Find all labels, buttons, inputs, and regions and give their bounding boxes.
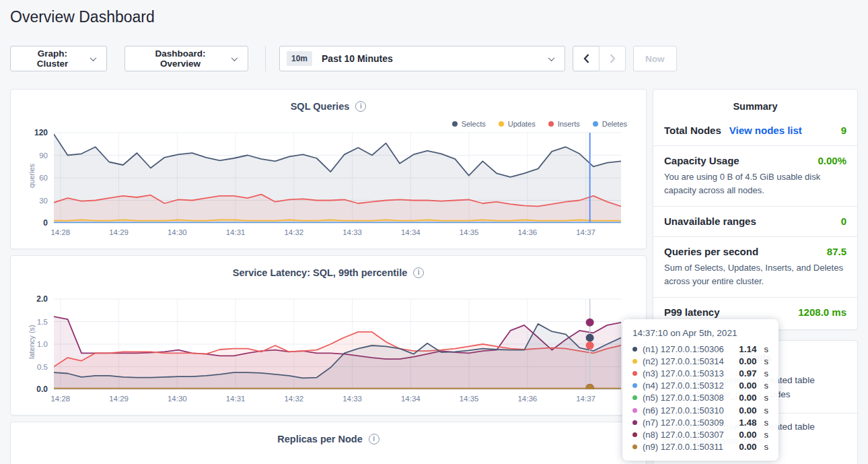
svg-text:14:29: 14:29 — [109, 228, 129, 236]
node-label: (n6) 127.0.0.1:50310 — [643, 405, 724, 416]
svg-text:1.0: 1.0 — [37, 340, 48, 348]
dashboard-dropdown[interactable]: Dashboard: Overview — [124, 46, 248, 71]
node-label: (n7) 127.0.0.1:50309 — [643, 418, 724, 428]
legend-dot — [593, 121, 598, 127]
now-button[interactable]: Now — [633, 46, 677, 71]
chevron-right-icon — [609, 53, 616, 64]
svg-text:14:32: 14:32 — [284, 228, 303, 236]
legend-item-inserts[interactable]: Inserts — [548, 120, 580, 128]
legend-label: Selects — [462, 120, 486, 128]
stat-label: Queries per second — [664, 246, 758, 257]
node-value: 0.00 — [739, 380, 756, 391]
info-icon[interactable]: i — [413, 267, 424, 278]
view-nodes-list-link[interactable]: View nodes list — [729, 125, 802, 136]
node-label: (n5) 127.0.0.1:50308 — [643, 393, 724, 403]
legend-item-deletes[interactable]: Deletes — [593, 120, 627, 128]
svg-text:14:36: 14:36 — [517, 228, 537, 236]
chart-title: Service Latency: SQL, 99th percentile i — [11, 256, 646, 278]
node-color-dot — [632, 383, 637, 388]
node-value: 0.00 — [739, 393, 756, 403]
node-value-unit: s — [764, 368, 769, 378]
chevron-down-icon — [90, 55, 97, 61]
summary-panel: Summary Total Nodes View nodes list 9 Ca… — [653, 89, 858, 330]
node-value: 0.97 — [739, 368, 756, 378]
chart-title-text: SQL Queries — [291, 101, 350, 112]
graph-dropdown[interactable]: Graph: Cluster — [10, 46, 107, 71]
stat-label: Unavailable ranges — [664, 216, 756, 227]
service-latency-panel: Service Latency: SQL, 99th percentile i … — [10, 255, 647, 416]
node-color-dot — [632, 359, 637, 364]
node-label: (n8) 127.0.0.1:50307 — [643, 430, 724, 440]
service-latency-chart[interactable]: 0.00.51.01.52.014:2814:2914:3014:3114:32… — [13, 295, 630, 413]
dashboard-dropdown-label: Dashboard: Overview — [136, 48, 225, 69]
svg-text:14:36: 14:36 — [517, 395, 537, 403]
stat-capacity-usage: Capacity Usage 0.00% You are using 0 B o… — [653, 145, 857, 206]
svg-text:1.5: 1.5 — [37, 318, 48, 326]
svg-text:14:29: 14:29 — [109, 395, 129, 403]
controls-bar: Graph: Cluster Dashboard: Overview 10m P… — [0, 46, 868, 71]
svg-text:14:35: 14:35 — [460, 395, 479, 403]
tooltip-timestamp: 14:37:10 on Apr 5th, 2021 — [632, 328, 768, 338]
time-range-dropdown[interactable]: 10m Past 10 Minutes — [279, 46, 565, 71]
stat-label: P99 latency — [664, 306, 720, 318]
chart-title-text: Replicas per Node — [277, 434, 363, 444]
stat-label: Capacity Usage — [664, 155, 739, 166]
svg-text:14:34: 14:34 — [401, 228, 421, 236]
stat-queries-per-second: Queries per second 87.5 Sum of Selects, … — [653, 236, 857, 297]
summary-title: Summary — [653, 90, 857, 116]
stat-description: You are using 0 B of 4.5 GiB usable disk… — [664, 170, 846, 197]
tooltip-rows: (n1) 127.0.0.1:503061.14s(n2) 127.0.0.1:… — [632, 343, 768, 453]
node-value: 0.00 — [739, 430, 756, 440]
node-color-dot — [632, 420, 637, 425]
node-value: 0.00 — [739, 356, 756, 366]
stat-value: 1208.0 ms — [798, 306, 846, 318]
chart-hover-tooltip: 14:37:10 on Apr 5th, 2021 (n1) 127.0.0.1… — [622, 319, 779, 461]
tooltip-row: (n6) 127.0.0.1:503100.00s — [632, 404, 768, 416]
legend-dot — [548, 121, 554, 127]
svg-text:14:30: 14:30 — [168, 228, 187, 236]
info-icon[interactable]: i — [355, 101, 366, 112]
node-color-dot — [632, 444, 637, 449]
chart-title-text: Service Latency: SQL, 99th percentile — [233, 267, 408, 278]
chart-title: SQL Queries i — [11, 90, 646, 112]
svg-text:30: 30 — [39, 197, 48, 205]
sql-queries-chart[interactable]: 030609012014:2814:2914:3014:3114:3214:33… — [13, 129, 630, 247]
chevron-down-icon — [231, 55, 238, 61]
tooltip-row: (n9) 127.0.0.1:503110.00s — [632, 441, 768, 453]
time-back-button[interactable] — [573, 46, 600, 71]
tooltip-row: (n8) 127.0.0.1:503070.00s — [632, 428, 768, 440]
node-value-unit: s — [764, 405, 769, 416]
node-label: (n1) 127.0.0.1:50306 — [643, 344, 724, 354]
node-color-dot — [632, 408, 637, 413]
info-icon[interactable]: i — [369, 434, 379, 444]
node-label: (n3) 127.0.0.1:50313 — [643, 368, 724, 378]
chevron-left-icon — [583, 53, 590, 64]
node-value-unit: s — [764, 356, 769, 366]
tooltip-row: (n5) 127.0.0.1:503080.00s — [632, 392, 768, 404]
node-value: 1.48 — [739, 418, 756, 428]
svg-text:14:31: 14:31 — [226, 228, 246, 236]
svg-text:0.0: 0.0 — [36, 385, 48, 394]
stat-unavailable-ranges: Unavailable ranges 0 — [653, 206, 857, 236]
legend-label: Inserts — [558, 120, 580, 128]
tooltip-row: (n3) 127.0.0.1:503130.97s — [632, 367, 768, 379]
node-label: (n4) 127.0.0.1:50312 — [643, 380, 724, 391]
tooltip-row: (n2) 127.0.0.1:503140.00s — [632, 355, 768, 367]
legend-item-selects[interactable]: Selects — [452, 120, 486, 128]
time-forward-button[interactable] — [599, 46, 626, 71]
svg-text:14:30: 14:30 — [168, 395, 187, 403]
svg-text:0.5: 0.5 — [37, 363, 48, 371]
stat-label: Total Nodes — [664, 125, 721, 136]
svg-text:120: 120 — [34, 129, 48, 137]
node-value: 0.00 — [739, 405, 756, 416]
svg-text:0: 0 — [43, 218, 48, 228]
legend-label: Deletes — [602, 120, 627, 128]
chevron-down-icon — [548, 55, 555, 61]
legend-dot — [452, 121, 458, 127]
svg-text:14:28: 14:28 — [50, 395, 70, 403]
sql-queries-panel: SQL Queries i SelectsUpdatesInsertsDelet… — [10, 89, 647, 249]
legend-label: Updates — [508, 120, 536, 128]
tooltip-row: (n4) 127.0.0.1:503120.00s — [632, 380, 768, 392]
svg-text:14:32: 14:32 — [284, 395, 303, 403]
legend-item-updates[interactable]: Updates — [499, 120, 536, 128]
